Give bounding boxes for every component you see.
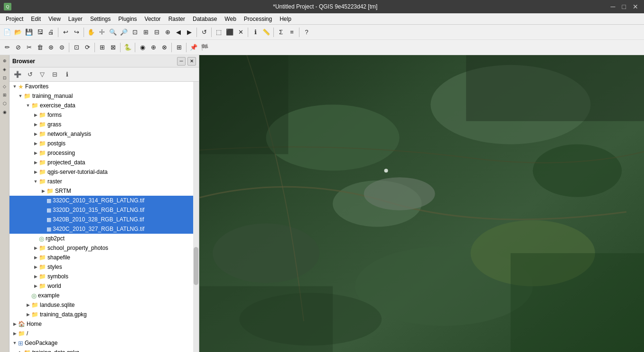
side-icon-5[interactable]: ⊞ [1, 91, 9, 99]
panel-close-btn[interactable]: ✕ [187, 57, 196, 66]
tree-grass[interactable]: ▶ 📁 grass [9, 120, 199, 129]
toolbar-select-feat[interactable]: ⬚ [214, 27, 224, 38]
toggle-forms[interactable]: ▶ [32, 112, 39, 118]
tree-file4[interactable]: ▦ 3420C_2010_327_RGB_LATLNG.tif [9, 224, 199, 234]
toggle-training-manual[interactable]: ▼ [17, 93, 24, 99]
menu-vector[interactable]: Vector [141, 15, 165, 23]
toolbar-stat[interactable]: ≡ [287, 27, 297, 38]
tree-file2[interactable]: ▦ 3320D_2010_315_RGB_LATLNG.tif [9, 205, 199, 215]
tree-processing[interactable]: ▶ 📁 processing [9, 148, 199, 158]
toolbar-new[interactable]: 📄 [2, 27, 12, 38]
tree-file1[interactable]: ▦ 3320C_2010_314_RGB_LATLNG.tif [9, 196, 199, 205]
toolbar-rotate[interactable]: ⟳ [82, 42, 93, 53]
toggle-home[interactable]: ▶ [11, 321, 18, 327]
browser-filter-btn[interactable]: ▽ [37, 69, 47, 80]
menu-settings[interactable]: Settings [86, 15, 114, 23]
toolbar-zoom-select[interactable]: ⊕ [162, 27, 173, 38]
panel-minimize-btn[interactable]: ─ [177, 57, 186, 66]
browser-refresh-btn[interactable]: ↺ [25, 69, 35, 80]
toolbar-snap-2[interactable]: ⊠ [108, 42, 118, 53]
tree-styles[interactable]: ▶ 📁 styles [9, 262, 199, 272]
tree-projected-data[interactable]: ▶ 📁 projected_data [9, 158, 199, 167]
tree-training-manual[interactable]: ▼ 📁 training_manual [9, 91, 199, 101]
toolbar-deselect[interactable]: ✕ [235, 27, 246, 38]
toolbar-geo-3[interactable]: ⊗ [159, 42, 169, 53]
tree-favorites[interactable]: ▼ ★ Favorites [9, 82, 199, 91]
menu-help[interactable]: Help [276, 15, 295, 23]
map-area[interactable] [199, 55, 644, 352]
tree-world[interactable]: ▶ 📁 world [9, 281, 199, 291]
tree-training-gpkg[interactable]: ▶ 📁 training_data.gpkg [9, 310, 199, 319]
toolbar-plugin-2[interactable]: 🏁 [199, 42, 210, 53]
toolbar-plugin-1[interactable]: 📌 [188, 42, 199, 53]
toggle-symbols[interactable]: ▶ [32, 273, 39, 280]
menu-processing[interactable]: Processing [240, 15, 276, 23]
tree-qgis-server[interactable]: ▶ 📁 qgis-server-tutorial-data [9, 167, 199, 177]
toolbar-calc[interactable]: Σ [276, 27, 286, 38]
menu-project[interactable]: Project [2, 15, 27, 23]
tree-rgb2pct[interactable]: ◎ rgb2pct [9, 234, 199, 243]
tree-postgis[interactable]: ▶ 📁 postgis [9, 139, 199, 148]
toolbar-zoom-layer[interactable]: ⊟ [151, 27, 162, 38]
toolbar-zoom-next[interactable]: ▶ [184, 27, 195, 38]
toolbar-geo-1[interactable]: ◉ [137, 42, 148, 53]
menu-plugins[interactable]: Plugins [114, 15, 140, 23]
tree-example[interactable]: ◎ example [9, 291, 199, 300]
browser-collapse-btn[interactable]: ⊟ [49, 69, 60, 80]
toolbar-digitize-5[interactable]: ⊛ [46, 42, 56, 53]
toggle-favorites[interactable]: ▼ [11, 83, 18, 90]
toolbar-digitize-1[interactable]: ✏ [2, 42, 12, 53]
tree-symbols[interactable]: ▶ 📁 symbols [9, 272, 199, 281]
menu-web[interactable]: Web [221, 15, 240, 23]
tree-file3[interactable]: ▦ 3420B_2010_328_RGB_LATLNG.tif [9, 215, 199, 224]
tree-training-data2[interactable]: ▶ 📁 training_data.gpkg [9, 348, 199, 352]
menu-database[interactable]: Database [189, 15, 221, 23]
toolbar-save-as[interactable]: 🖫 [35, 27, 45, 38]
tree-home[interactable]: ▶ 🏠 Home [9, 319, 199, 329]
menu-raster[interactable]: Raster [165, 15, 189, 23]
toolbar-pan[interactable]: ✋ [86, 27, 96, 38]
toggle-school-property[interactable]: ▶ [32, 245, 39, 251]
toolbar-measure[interactable]: 📏 [261, 27, 271, 38]
toggle-qgis-server[interactable]: ▶ [32, 169, 39, 175]
toggle-network-analysis[interactable]: ▶ [32, 131, 39, 137]
tree-srtm[interactable]: ▶ 📁 SRTM [9, 186, 199, 196]
toolbar-open[interactable]: 📂 [13, 27, 23, 38]
tree-raster[interactable]: ▼ 📁 raster [9, 177, 199, 186]
maximize-button[interactable]: □ [620, 3, 628, 10]
browser-add-btn[interactable]: ➕ [12, 69, 23, 80]
toggle-exercise-data[interactable]: ▼ [25, 102, 31, 109]
toolbar-pan-map[interactable]: ☩ [97, 27, 107, 38]
toggle-postgis[interactable]: ▶ [32, 140, 39, 147]
toolbar-zoom-in[interactable]: 🔍 [108, 27, 118, 38]
toolbar-zoom-out[interactable]: 🔎 [119, 27, 129, 38]
toggle-shapefile[interactable]: ▶ [32, 254, 39, 261]
tree-exercise-data[interactable]: ▼ 📁 exercise_data [9, 101, 199, 110]
toolbar-undo[interactable]: ↩ [60, 27, 71, 38]
toolbar-digitize-2[interactable]: ⊘ [13, 42, 23, 53]
toggle-geopackage[interactable]: ▼ [11, 340, 18, 346]
toggle-raster[interactable]: ▼ [32, 178, 39, 185]
toolbar-select-region[interactable]: ⬛ [224, 27, 235, 38]
toolbar-refresh[interactable]: ↺ [199, 27, 209, 38]
side-icon-4[interactable]: ◇ [1, 83, 9, 90]
tree-network-analysis[interactable]: ▶ 📁 network_analysis [9, 129, 199, 139]
toolbar-digitize-3[interactable]: ✂ [24, 42, 34, 53]
toolbar-zoom-rubber[interactable]: ⊡ [130, 27, 140, 38]
tree-forms[interactable]: ▶ 📁 forms [9, 110, 199, 120]
toolbar-identify[interactable]: ℹ [250, 27, 261, 38]
toolbar-geo-2[interactable]: ⊕ [148, 42, 159, 53]
toggle-landuse[interactable]: ▶ [25, 302, 31, 308]
close-button[interactable]: ✕ [631, 3, 640, 10]
menu-layer[interactable]: Layer [65, 15, 86, 23]
toggle-processing[interactable]: ▶ [32, 150, 39, 156]
tree-root[interactable]: ▶ 📁 / [9, 329, 199, 338]
toggle-world[interactable]: ▶ [32, 283, 39, 289]
tree-shapefile[interactable]: ▶ 📁 shapefile [9, 253, 199, 262]
minimize-button[interactable]: ─ [609, 3, 617, 10]
toggle-grass[interactable]: ▶ [32, 121, 39, 128]
side-icon-2[interactable]: ◈ [1, 66, 9, 73]
menu-view[interactable]: View [45, 15, 65, 23]
tree-scrollbar-track[interactable] [193, 82, 199, 352]
toolbar-digitize-6[interactable]: ⊜ [56, 42, 67, 53]
